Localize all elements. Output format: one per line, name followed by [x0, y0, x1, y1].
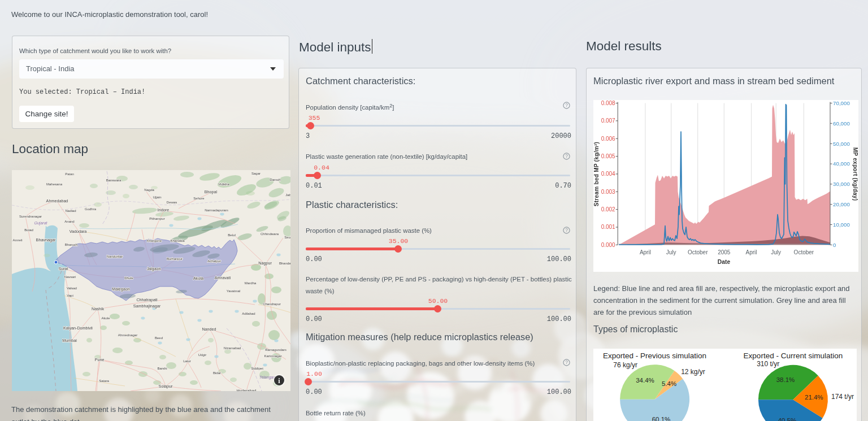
svg-text:Exported - Current simulation: Exported - Current simulation [744, 351, 843, 360]
svg-text:October: October [794, 249, 814, 255]
svg-text:Nashik: Nashik [92, 306, 104, 311]
svg-text:?: ? [565, 153, 568, 159]
svg-text:34.4%: 34.4% [636, 377, 654, 384]
svg-text:Anand: Anand [64, 220, 74, 223]
svg-text:Nandurbar: Nandurbar [107, 255, 123, 258]
svg-text:Akola: Akola [193, 276, 203, 281]
svg-text:MP export (kg/day): MP export (kg/day) [852, 147, 858, 201]
svg-text:40.5%: 40.5% [778, 417, 797, 421]
svg-text:Jab: Jab [285, 193, 290, 197]
svg-text:50,000: 50,000 [833, 141, 850, 147]
svg-text:?: ? [565, 227, 568, 233]
svg-text:Damoh: Damoh [270, 178, 280, 181]
svg-text:20,000: 20,000 [833, 201, 850, 207]
svg-text:Nagpur: Nagpur [258, 261, 272, 266]
svg-text:Banswara: Banswara [106, 179, 121, 182]
svg-text:Mahesana: Mahesana [46, 183, 63, 186]
svg-text:Kalyan-Dombivli: Kalyan-Dombivli [63, 325, 93, 331]
svg-text:April: April [640, 249, 651, 255]
svg-text:12 kg/yr: 12 kg/yr [681, 368, 705, 376]
svg-text:Botad: Botad [24, 228, 33, 232]
svg-text:Seoni: Seoni [284, 236, 290, 239]
svg-text:Navsari: Navsari [64, 275, 76, 279]
svg-text:Mumbai: Mumbai [62, 338, 77, 343]
svg-text:5.4%: 5.4% [662, 380, 676, 387]
svg-text:Ramagundam: Ramagundam [265, 348, 287, 351]
svg-text:Karimnagar: Karimnagar [264, 354, 281, 358]
svg-text:0.001: 0.001 [601, 224, 615, 230]
svg-text:Barshi: Barshi [157, 367, 167, 370]
svg-text:Burhanpur: Burhanpur [167, 257, 183, 261]
svg-text:April: April [745, 249, 757, 255]
svg-text:October: October [688, 249, 708, 255]
svg-text:21.4%: 21.4% [805, 394, 823, 401]
svg-text:Nagda: Nagda [144, 188, 154, 192]
svg-text:0.002: 0.002 [601, 206, 615, 212]
svg-text:Bhavnagar: Bhavnagar [36, 237, 56, 242]
svg-text:Ujjain: Ujjain [153, 196, 161, 199]
svg-text:Khargone: Khargone [147, 239, 162, 242]
svg-text:Wardha: Wardha [245, 281, 257, 285]
svg-text:Chhatrapati: Chhatrapati [136, 297, 158, 302]
svg-text:Satara: Satara [99, 379, 109, 383]
svg-text:30,000: 30,000 [833, 181, 850, 187]
svg-text:Chhindwara: Chhindwara [261, 232, 279, 236]
svg-text:Nanded: Nanded [202, 327, 216, 332]
svg-text:Akole: Akole [101, 316, 110, 320]
svg-text:Amreli: Amreli [12, 238, 22, 242]
svg-text:38.1%: 38.1% [776, 376, 795, 383]
svg-text:60.1%: 60.1% [652, 416, 671, 421]
svg-text:Latur: Latur [183, 359, 191, 363]
svg-text:Narmadapuram: Narmadapuram [205, 209, 228, 212]
svg-text:0.006: 0.006 [601, 136, 615, 142]
svg-text:0.008: 0.008 [601, 100, 615, 106]
svg-text:0.000: 0.000 [601, 242, 615, 248]
svg-text:70,000: 70,000 [833, 100, 850, 106]
svg-text:Beed: Beed [155, 336, 163, 340]
svg-text:Sambhajinagar: Sambhajinagar [133, 303, 161, 309]
svg-text:?: ? [565, 359, 568, 365]
svg-text:Siddipet: Siddipet [251, 367, 263, 370]
svg-text:Gujarat: Gujarat [34, 221, 48, 225]
svg-text:0.004: 0.004 [601, 171, 615, 177]
svg-text:Ahmedabad: Ahmedabad [46, 198, 68, 203]
svg-text:Jalgaon: Jalgaon [146, 266, 160, 271]
svg-text:Pune: Pune [95, 357, 105, 362]
svg-text:2005: 2005 [718, 249, 731, 255]
svg-text:Yavatmal: Yavatmal [227, 289, 241, 293]
svg-text:Betul: Betul [228, 233, 236, 237]
svg-text:0.003: 0.003 [601, 189, 615, 195]
svg-text:Patan: Patan [65, 172, 74, 176]
svg-text:Godhra: Godhra [85, 207, 97, 211]
svg-text:Surat: Surat [58, 266, 68, 271]
svg-text:Udgir: Udgir [198, 353, 206, 357]
svg-text:Vidisha: Vidisha [218, 183, 229, 186]
svg-text:0: 0 [833, 242, 836, 248]
svg-text:Bhandara: Bhandara [279, 262, 290, 265]
svg-text:Bhopal: Bhopal [205, 189, 218, 194]
svg-text:Surendranagar: Surendranagar [19, 215, 42, 218]
svg-text:76 kg/yr: 76 kg/yr [613, 361, 637, 369]
svg-text:Stream bed MP (kg/m²): Stream bed MP (kg/m²) [593, 142, 600, 206]
svg-text:Solapur: Solapur [159, 384, 173, 389]
svg-text:Ahmednagar: Ahmednagar [118, 333, 137, 337]
svg-text:Sagar: Sagar [251, 172, 261, 175]
svg-text:Bharuch: Bharuch [65, 243, 77, 246]
svg-text:0.005: 0.005 [601, 153, 615, 159]
svg-text:40,000: 40,000 [833, 160, 850, 167]
svg-text:Dewas: Dewas [167, 201, 177, 204]
svg-text:Dhule: Dhule [124, 276, 133, 280]
svg-text:Nadiad: Nadiad [65, 209, 76, 212]
svg-text:174 t/yr: 174 t/yr [831, 393, 854, 401]
svg-text:Vadodara: Vadodara [70, 229, 87, 234]
svg-text:Valsad: Valsad [67, 287, 77, 290]
svg-text:Adilabad: Adilabad [242, 312, 255, 315]
svg-text:Date: Date [718, 259, 731, 265]
svg-text:Chandrapur: Chandrapur [263, 302, 281, 306]
svg-text:Nizamabad: Nizamabad [224, 346, 241, 350]
svg-text:Achalpur: Achalpur [207, 259, 221, 263]
svg-text:?: ? [565, 102, 568, 108]
svg-text:Vapi: Vapi [67, 294, 73, 297]
svg-text:Hyderabad: Hyderabad [236, 388, 256, 392]
svg-text:60,000: 60,000 [833, 120, 850, 127]
